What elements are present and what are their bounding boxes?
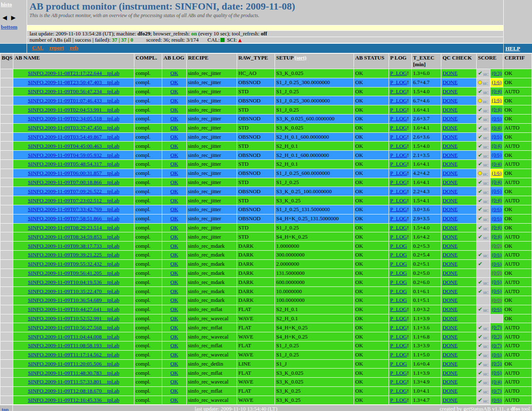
histo-link[interactable]: histo (1, 1, 12, 8)
ab-log-link[interactable]: OK (171, 334, 178, 340)
ab-log-link[interactable]: OK (171, 315, 178, 321)
p-log-link[interactable]: P_LOG (390, 107, 407, 113)
ab-log-link[interactable]: OK (171, 342, 178, 349)
ab-name-link[interactable]: SINFO.2009-11-09T07:00:18.866__tpl.ab (28, 179, 119, 185)
p-log-link[interactable]: P_LOG (390, 115, 407, 122)
ab-log-link[interactable]: OK (171, 188, 178, 194)
qc-check-link[interactable]: DONE (443, 125, 458, 131)
ab-name-link[interactable]: SINFO.2009-11-09T10:35:22.470__tpl.ab (28, 288, 119, 294)
bottom-link[interactable]: bottom (1, 24, 17, 30)
ab-log-link[interactable]: OK (171, 170, 178, 176)
qc-check-link[interactable]: DONE (443, 288, 458, 294)
qc-check-link[interactable]: DONE (443, 351, 458, 358)
setup-sort-link[interactable]: (sort) (294, 55, 306, 61)
score-link[interactable]: (0/6) (492, 188, 501, 194)
ab-log-link[interactable]: OK (171, 288, 178, 294)
ab-log-link[interactable]: OK (171, 234, 178, 240)
p-log-link[interactable]: P_LOG (390, 134, 407, 140)
score-link[interactable]: (0/6) (492, 134, 501, 139)
ab-name-link[interactable]: SINFO.2009-11-09T07:33:42.769__tpl.ab (28, 206, 119, 212)
score-link[interactable]: (0/4) (492, 379, 501, 385)
p-log-link[interactable]: P_LOG (390, 379, 407, 385)
p-log-link[interactable]: P_LOG (390, 270, 407, 276)
ab-name-link[interactable]: SINFO.2009-11-09T12:08:18.670__tpl.ab (28, 388, 119, 394)
p-log-link[interactable]: P_LOG (390, 125, 407, 131)
p-log-link[interactable]: P_LOG (390, 88, 407, 95)
ab-log-link[interactable]: OK (171, 125, 178, 131)
qc-check-link[interactable]: DONE (443, 270, 458, 276)
p-log-link[interactable]: P_LOG (390, 397, 407, 403)
ab-log-link[interactable]: OK (171, 70, 178, 76)
ab-name-link[interactable]: SINFO.2009-11-09T11:57:33.801__tpl.ab (28, 379, 119, 385)
score-link[interactable]: (0/4) (492, 179, 501, 185)
qc-check-link[interactable]: DONE (443, 215, 458, 222)
ab-name-link[interactable]: SINFO.2009-11-09T01:07:46.433__tpl.ab (28, 97, 119, 104)
ab-log-link[interactable]: OK (171, 143, 178, 149)
p-log-link[interactable]: P_LOG (390, 315, 407, 321)
ab-name-link[interactable]: SINFO.2009-11-09T12:16:45.336__tpl.ab (28, 397, 119, 403)
score-link[interactable]: (0/4) (492, 88, 501, 94)
ab-name-link[interactable]: SINFO.2009-11-09T03:54:49.867__tpl.ab (28, 134, 119, 140)
p-log-link[interactable]: P_LOG (390, 252, 407, 258)
qc-check-link[interactable]: DONE (443, 197, 458, 204)
ab-log-link[interactable]: OK (171, 397, 178, 403)
score-link[interactable]: (0/4) (492, 224, 501, 230)
score-link[interactable]: (0/4) (492, 161, 501, 167)
ab-name-link[interactable]: SINFO.2009-11-09T07:09:26.522__tpl.ab (28, 188, 119, 194)
p-log-link[interactable]: P_LOG (390, 152, 407, 158)
ab-log-link[interactable]: OK (171, 115, 178, 122)
qc-check-link[interactable]: DONE (443, 315, 458, 321)
score-link[interactable]: (0/6) (492, 397, 501, 403)
qc-check-link[interactable]: DONE (443, 143, 458, 149)
ab-name-link[interactable]: SINFO.2009-11-09T05:48:54.317__tpl.ab (28, 161, 119, 167)
score-link[interactable]: (0/0) (492, 243, 501, 249)
ab-name-link[interactable]: SINFO.2009-11-09T11:04:44.008__tpl.ab (28, 334, 119, 340)
ab-log-link[interactable]: OK (171, 252, 178, 258)
ab-name-link[interactable]: SINFO.2009-11-09T02:34:05.518__tpl.ab (28, 115, 119, 122)
score-link[interactable]: (0/4) (492, 107, 501, 112)
p-log-link[interactable]: P_LOG (390, 161, 407, 167)
ab-log-link[interactable]: OK (171, 206, 178, 212)
ab-name-link[interactable]: SINFO.2009-11-09T10:56:27.568__tpl.ab (28, 324, 119, 331)
score-link[interactable]: (0/6) (492, 352, 501, 358)
score-link[interactable]: (0/6) (492, 116, 501, 122)
qc-check-link[interactable]: DONE (443, 170, 458, 176)
ab-log-link[interactable]: OK (171, 324, 178, 331)
ab-name-link[interactable]: SINFO.2009-11-08T21:17:22.644__tpl.ab (28, 70, 119, 76)
ab-name-link[interactable]: SINFO.2009-11-09T03:37:47.450__tpl.ab (28, 125, 119, 131)
score-link[interactable]: (0/4) (492, 234, 501, 239)
p-log-link[interactable]: P_LOG (390, 206, 407, 212)
p-log-link[interactable]: P_LOG (390, 79, 407, 85)
p-log-link[interactable]: P_LOG (390, 197, 407, 204)
p-log-link[interactable]: P_LOG (390, 261, 407, 267)
ab-log-link[interactable]: OK (171, 388, 178, 394)
ab-name-link[interactable]: SINFO.2009-11-09T11:08:58.193__tpl.ab (28, 342, 119, 349)
p-log-link[interactable]: P_LOG (390, 279, 407, 285)
ab-log-link[interactable]: OK (171, 152, 178, 158)
score-link[interactable]: (1/6) (492, 170, 501, 176)
ab-name-link[interactable]: SINFO.2009-11-09T07:23:02.512__tpl.ab (28, 197, 119, 204)
score-link[interactable]: (0/6) (492, 207, 501, 212)
qc-check-link[interactable]: DONE (443, 134, 458, 140)
ab-log-link[interactable]: OK (171, 215, 178, 222)
p-log-link[interactable]: P_LOG (390, 361, 407, 367)
score-link[interactable]: (0/4) (492, 197, 501, 203)
score-link[interactable]: (0/6) (492, 152, 501, 158)
qc-check-link[interactable]: DONE (443, 70, 458, 76)
ab-name-link[interactable]: SINFO.2009-11-09T11:48:30.783__tpl.ab (28, 370, 119, 376)
ab-name-link[interactable]: SINFO.2009-11-09T08:34:59.853__tpl.ab (28, 234, 119, 240)
ab-log-link[interactable]: OK (171, 361, 178, 367)
score-link[interactable]: (1/6) (492, 97, 501, 103)
score-link[interactable]: (0/6) (492, 252, 501, 258)
ab-name-link[interactable]: SINFO.2009-11-09T04:59:05.932__tpl.ab (28, 152, 119, 158)
ab-log-link[interactable]: OK (171, 224, 178, 231)
p-log-link[interactable]: P_LOG (390, 188, 407, 194)
ab-name-link[interactable]: SINFO.2009-11-09T10:44:27.641__tpl.ab (28, 306, 119, 312)
report-link[interactable]: report (49, 45, 64, 51)
ab-log-link[interactable]: OK (171, 134, 178, 140)
qc-check-link[interactable]: DONE (443, 379, 458, 385)
score-link[interactable]: (0/3) (492, 70, 501, 76)
ab-log-link[interactable]: OK (171, 243, 178, 249)
ab-name-link[interactable]: SINFO.2009-11-09T10:52:52.991__tpl.ab (28, 315, 119, 321)
ab-name-link[interactable]: SINFO.2009-11-09T09:55:32.432__tpl.ab (28, 261, 119, 267)
